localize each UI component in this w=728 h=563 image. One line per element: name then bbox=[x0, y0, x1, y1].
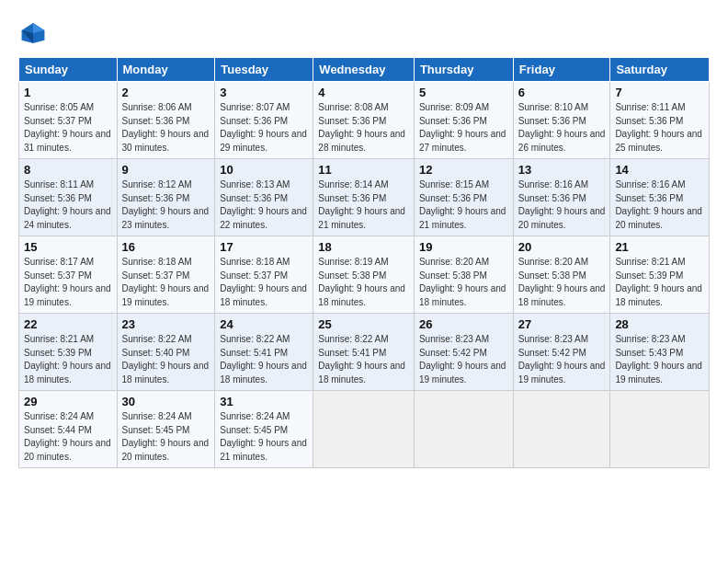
day-info: Sunrise: 8:08 AMSunset: 5:36 PMDaylight:… bbox=[318, 102, 405, 153]
day-number: 7 bbox=[615, 86, 704, 99]
calendar-cell: 11 Sunrise: 8:14 AMSunset: 5:36 PMDaylig… bbox=[313, 159, 415, 236]
calendar-cell: 23 Sunrise: 8:22 AMSunset: 5:40 PMDaylig… bbox=[117, 314, 215, 391]
calendar-cell: 3 Sunrise: 8:07 AMSunset: 5:36 PMDayligh… bbox=[215, 82, 313, 159]
day-info: Sunrise: 8:07 AMSunset: 5:36 PMDaylight:… bbox=[220, 102, 307, 153]
day-info: Sunrise: 8:24 AMSunset: 5:44 PMDaylight:… bbox=[24, 411, 111, 462]
day-info: Sunrise: 8:22 AMSunset: 5:41 PMDaylight:… bbox=[220, 334, 307, 385]
day-number: 6 bbox=[518, 86, 606, 99]
calendar-cell: 14 Sunrise: 8:16 AMSunset: 5:36 PMDaylig… bbox=[610, 159, 710, 236]
calendar-cell: 27 Sunrise: 8:23 AMSunset: 5:42 PMDaylig… bbox=[513, 314, 610, 391]
day-number: 4 bbox=[318, 86, 409, 99]
day-info: Sunrise: 8:06 AMSunset: 5:36 PMDaylight:… bbox=[122, 102, 210, 153]
day-info: Sunrise: 8:24 AMSunset: 5:45 PMDaylight:… bbox=[220, 411, 307, 462]
day-info: Sunrise: 8:16 AMSunset: 5:36 PMDaylight:… bbox=[615, 179, 702, 230]
day-info: Sunrise: 8:11 AMSunset: 5:36 PMDaylight:… bbox=[615, 102, 702, 153]
day-info: Sunrise: 8:19 AMSunset: 5:38 PMDaylight:… bbox=[318, 257, 405, 307]
day-number: 20 bbox=[518, 240, 606, 254]
calendar-cell: 13 Sunrise: 8:16 AMSunset: 5:36 PMDaylig… bbox=[513, 159, 610, 236]
day-info: Sunrise: 8:24 AMSunset: 5:45 PMDaylight:… bbox=[122, 411, 210, 462]
day-number: 12 bbox=[419, 163, 508, 177]
calendar-cell bbox=[414, 391, 513, 468]
day-info: Sunrise: 8:09 AMSunset: 5:36 PMDaylight:… bbox=[419, 102, 506, 153]
day-info: Sunrise: 8:15 AMSunset: 5:36 PMDaylight:… bbox=[419, 179, 506, 230]
calendar-cell: 17 Sunrise: 8:18 AMSunset: 5:37 PMDaylig… bbox=[215, 236, 313, 314]
calendar-cell: 4 Sunrise: 8:08 AMSunset: 5:36 PMDayligh… bbox=[313, 82, 415, 159]
day-info: Sunrise: 8:23 AMSunset: 5:42 PMDaylight:… bbox=[518, 334, 606, 385]
calendar-cell: 7 Sunrise: 8:11 AMSunset: 5:36 PMDayligh… bbox=[610, 82, 710, 159]
calendar-cell: 20 Sunrise: 8:20 AMSunset: 5:38 PMDaylig… bbox=[513, 236, 610, 314]
day-number: 16 bbox=[122, 240, 210, 254]
day-number: 8 bbox=[24, 163, 112, 177]
calendar-cell: 24 Sunrise: 8:22 AMSunset: 5:41 PMDaylig… bbox=[215, 314, 313, 391]
day-info: Sunrise: 8:20 AMSunset: 5:38 PMDaylight:… bbox=[518, 257, 606, 307]
calendar-table: SundayMondayTuesdayWednesdayThursdayFrid… bbox=[18, 57, 710, 468]
calendar-cell: 25 Sunrise: 8:22 AMSunset: 5:41 PMDaylig… bbox=[313, 314, 415, 391]
day-number: 29 bbox=[24, 395, 112, 408]
calendar-week-2: 8 Sunrise: 8:11 AMSunset: 5:36 PMDayligh… bbox=[19, 159, 710, 236]
calendar-cell: 26 Sunrise: 8:23 AMSunset: 5:42 PMDaylig… bbox=[414, 314, 513, 391]
calendar-week-4: 22 Sunrise: 8:21 AMSunset: 5:39 PMDaylig… bbox=[19, 314, 710, 391]
day-number: 24 bbox=[220, 317, 308, 331]
main-container: SundayMondayTuesdayWednesdayThursdayFrid… bbox=[0, 0, 728, 477]
calendar-header-row: SundayMondayTuesdayWednesdayThursdayFrid… bbox=[19, 58, 710, 82]
calendar-cell: 22 Sunrise: 8:21 AMSunset: 5:39 PMDaylig… bbox=[19, 314, 118, 391]
day-number: 1 bbox=[24, 86, 112, 99]
day-number: 13 bbox=[518, 163, 606, 177]
calendar-header-monday: Monday bbox=[117, 58, 215, 82]
day-info: Sunrise: 8:23 AMSunset: 5:42 PMDaylight:… bbox=[419, 334, 506, 385]
calendar-header-saturday: Saturday bbox=[610, 58, 710, 82]
day-info: Sunrise: 8:21 AMSunset: 5:39 PMDaylight:… bbox=[615, 257, 702, 307]
day-info: Sunrise: 8:05 AMSunset: 5:37 PMDaylight:… bbox=[24, 102, 111, 153]
day-number: 15 bbox=[24, 240, 112, 254]
day-info: Sunrise: 8:18 AMSunset: 5:37 PMDaylight:… bbox=[122, 257, 210, 307]
day-number: 21 bbox=[615, 240, 704, 254]
day-info: Sunrise: 8:22 AMSunset: 5:40 PMDaylight:… bbox=[122, 334, 210, 385]
day-info: Sunrise: 8:21 AMSunset: 5:39 PMDaylight:… bbox=[24, 334, 111, 385]
day-info: Sunrise: 8:18 AMSunset: 5:37 PMDaylight:… bbox=[220, 257, 307, 307]
day-number: 11 bbox=[318, 163, 409, 177]
calendar-cell: 15 Sunrise: 8:17 AMSunset: 5:37 PMDaylig… bbox=[19, 236, 118, 314]
calendar-header-tuesday: Tuesday bbox=[215, 58, 313, 82]
day-number: 9 bbox=[122, 163, 210, 177]
day-number: 14 bbox=[615, 163, 704, 177]
calendar-cell: 29 Sunrise: 8:24 AMSunset: 5:44 PMDaylig… bbox=[19, 391, 118, 468]
calendar-header-wednesday: Wednesday bbox=[313, 58, 415, 82]
calendar-cell: 21 Sunrise: 8:21 AMSunset: 5:39 PMDaylig… bbox=[610, 236, 710, 314]
day-info: Sunrise: 8:10 AMSunset: 5:36 PMDaylight:… bbox=[518, 102, 606, 153]
day-info: Sunrise: 8:23 AMSunset: 5:43 PMDaylight:… bbox=[615, 334, 702, 385]
calendar-week-5: 29 Sunrise: 8:24 AMSunset: 5:44 PMDaylig… bbox=[19, 391, 710, 468]
calendar-cell: 12 Sunrise: 8:15 AMSunset: 5:36 PMDaylig… bbox=[414, 159, 513, 236]
day-number: 18 bbox=[318, 240, 409, 254]
calendar-cell bbox=[513, 391, 610, 468]
day-number: 2 bbox=[122, 86, 210, 99]
day-number: 28 bbox=[615, 317, 704, 331]
calendar-cell: 16 Sunrise: 8:18 AMSunset: 5:37 PMDaylig… bbox=[117, 236, 215, 314]
calendar-cell: 10 Sunrise: 8:13 AMSunset: 5:36 PMDaylig… bbox=[215, 159, 313, 236]
calendar-cell bbox=[610, 391, 710, 468]
calendar-cell: 9 Sunrise: 8:12 AMSunset: 5:36 PMDayligh… bbox=[117, 159, 215, 236]
day-number: 22 bbox=[24, 317, 112, 331]
day-number: 31 bbox=[220, 395, 308, 408]
calendar-header-thursday: Thursday bbox=[414, 58, 513, 82]
calendar-week-1: 1 Sunrise: 8:05 AMSunset: 5:37 PMDayligh… bbox=[19, 82, 710, 159]
calendar-cell: 5 Sunrise: 8:09 AMSunset: 5:36 PMDayligh… bbox=[414, 82, 513, 159]
calendar-week-3: 15 Sunrise: 8:17 AMSunset: 5:37 PMDaylig… bbox=[19, 236, 710, 314]
day-number: 19 bbox=[419, 240, 508, 254]
calendar-header-sunday: Sunday bbox=[19, 58, 118, 82]
day-number: 25 bbox=[318, 317, 409, 331]
day-number: 17 bbox=[220, 240, 308, 254]
day-info: Sunrise: 8:22 AMSunset: 5:41 PMDaylight:… bbox=[318, 334, 405, 385]
logo bbox=[18, 20, 46, 50]
logo-icon bbox=[20, 20, 46, 46]
calendar-cell: 28 Sunrise: 8:23 AMSunset: 5:43 PMDaylig… bbox=[610, 314, 710, 391]
day-info: Sunrise: 8:16 AMSunset: 5:36 PMDaylight:… bbox=[518, 179, 606, 230]
day-info: Sunrise: 8:13 AMSunset: 5:36 PMDaylight:… bbox=[220, 179, 307, 230]
day-info: Sunrise: 8:20 AMSunset: 5:38 PMDaylight:… bbox=[419, 257, 506, 307]
calendar-cell: 8 Sunrise: 8:11 AMSunset: 5:36 PMDayligh… bbox=[19, 159, 118, 236]
calendar-header-friday: Friday bbox=[513, 58, 610, 82]
day-info: Sunrise: 8:14 AMSunset: 5:36 PMDaylight:… bbox=[318, 179, 405, 230]
calendar-cell: 19 Sunrise: 8:20 AMSunset: 5:38 PMDaylig… bbox=[414, 236, 513, 314]
day-number: 30 bbox=[122, 395, 210, 408]
calendar-cell bbox=[313, 391, 415, 468]
day-number: 26 bbox=[419, 317, 508, 331]
